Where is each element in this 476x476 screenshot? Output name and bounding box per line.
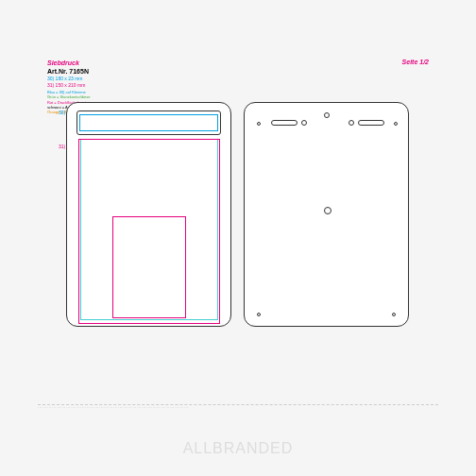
watermark: ALLBRANDED [0, 440, 476, 457]
clip-hole-ml [301, 120, 307, 126]
print-area-30 [79, 114, 218, 131]
corner-hole-bl [257, 313, 261, 316]
dim31-marker: 31) [59, 144, 65, 149]
page-indicator: Seite 1/2 [402, 59, 429, 65]
method-title: Siebdruck [47, 59, 94, 67]
clipboard-back [244, 102, 409, 327]
corner-hole-tr [394, 122, 398, 126]
dimension-31: 31) 150 x 210 mm [47, 82, 94, 89]
legend-green: Grün = Stanzkontur/diese [47, 94, 94, 99]
clip-slot-left [271, 120, 298, 126]
dim30-marker: 30) [59, 110, 65, 115]
corner-hole-tl [257, 122, 261, 126]
clipboard-front [66, 102, 231, 327]
article-number: Art.Nr. 7165N [47, 67, 94, 76]
center-hole [324, 207, 332, 214]
hanger-hole-top [324, 112, 330, 118]
footer-ruler: · · · · · · · · · · · · · · · · · · · · … [38, 404, 438, 410]
print-area-31 [112, 216, 186, 318]
corner-hole-br [392, 313, 396, 316]
clip-hole-mr [348, 120, 354, 126]
clip-slot-right [358, 120, 384, 126]
